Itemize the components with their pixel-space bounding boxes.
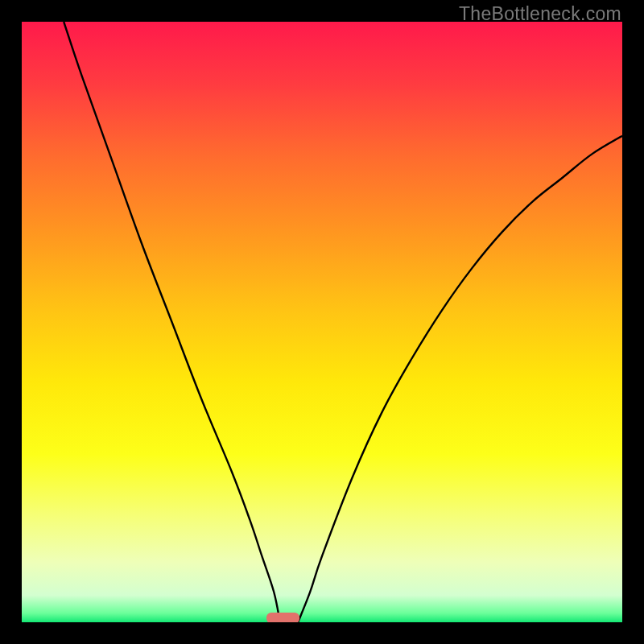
valley-marker: [266, 613, 299, 622]
chart-frame: TheBottleneck.com: [0, 0, 644, 644]
gradient-background: [22, 22, 622, 622]
bottleneck-chart: [22, 22, 622, 622]
plot-area: [22, 22, 622, 622]
